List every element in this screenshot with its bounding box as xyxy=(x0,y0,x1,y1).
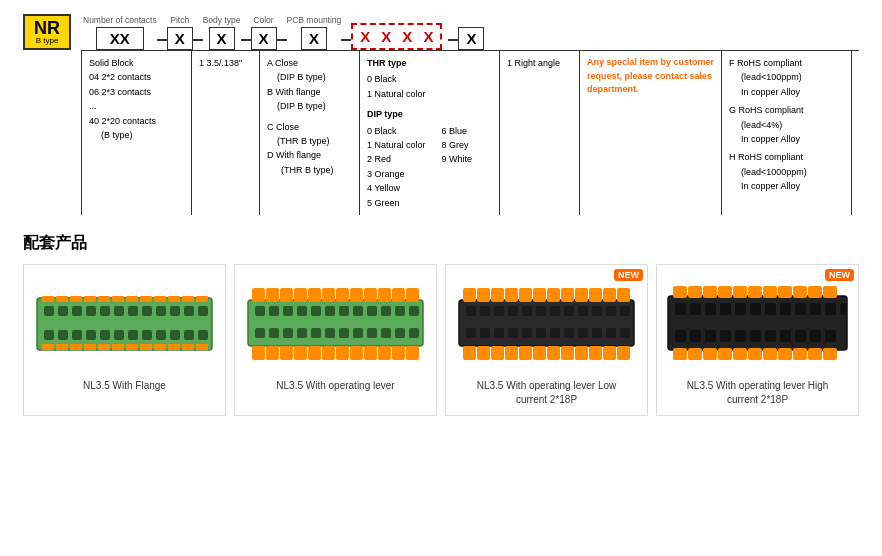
product-card-3[interactable]: NEW xyxy=(445,264,648,416)
red-x4: X xyxy=(419,26,437,47)
svg-rect-47 xyxy=(182,344,194,350)
body-label: Body type xyxy=(203,15,241,25)
svg-rect-100 xyxy=(480,306,490,316)
b-type-label: B type xyxy=(36,37,59,45)
svg-rect-37 xyxy=(42,344,54,350)
svg-rect-46 xyxy=(168,344,180,350)
svg-rect-72 xyxy=(392,288,405,302)
product-card-1[interactable]: NL3.5 With Flange xyxy=(23,264,226,416)
svg-rect-111 xyxy=(463,288,476,302)
dc-body-a2: (DIP B type) xyxy=(277,70,352,84)
code-pcb: PCB mounting X xyxy=(287,15,342,50)
dc-pcb-line1: 1 Right angle xyxy=(507,56,572,70)
dc-rohs-f3: In copper Alloy xyxy=(741,85,844,99)
svg-rect-44 xyxy=(140,344,152,350)
svg-rect-172 xyxy=(690,330,701,342)
svg-rect-77 xyxy=(297,328,307,338)
svg-rect-40 xyxy=(84,344,96,350)
svg-rect-66 xyxy=(308,288,321,302)
svg-rect-144 xyxy=(589,346,602,360)
dc-body-b1: B With flange xyxy=(267,85,352,99)
svg-rect-60 xyxy=(395,306,405,316)
product-svg-4 xyxy=(665,278,850,368)
svg-rect-87 xyxy=(266,346,279,360)
svg-rect-51 xyxy=(269,306,279,316)
svg-rect-34 xyxy=(170,330,180,340)
svg-rect-149 xyxy=(690,303,701,315)
dc-rohs-h1: H RoHS compliant xyxy=(729,150,844,164)
svg-rect-83 xyxy=(381,328,391,338)
svg-rect-106 xyxy=(564,306,574,316)
svg-rect-188 xyxy=(763,348,777,360)
sep2 xyxy=(193,39,203,41)
svg-rect-10 xyxy=(170,306,180,316)
svg-rect-12 xyxy=(198,306,208,316)
new-badge-3: NEW xyxy=(614,269,643,281)
svg-rect-117 xyxy=(547,288,560,302)
svg-rect-42 xyxy=(112,344,124,350)
nr-label: NR xyxy=(34,19,60,37)
svg-rect-170 xyxy=(823,286,837,298)
svg-rect-169 xyxy=(808,286,822,298)
svg-rect-90 xyxy=(308,346,321,360)
svg-rect-133 xyxy=(606,328,616,338)
color-value: X xyxy=(251,27,277,50)
svg-rect-96 xyxy=(392,346,405,360)
product-img-3 xyxy=(454,273,639,373)
svg-rect-114 xyxy=(505,288,518,302)
products-grid: NL3.5 With Flange xyxy=(23,264,859,416)
svg-rect-184 xyxy=(703,348,717,360)
svg-rect-69 xyxy=(350,288,363,302)
svg-rect-182 xyxy=(673,348,687,360)
svg-rect-41 xyxy=(98,344,110,350)
svg-rect-190 xyxy=(793,348,807,360)
red-x2: X xyxy=(377,26,395,47)
svg-rect-181 xyxy=(825,330,836,342)
svg-rect-116 xyxy=(533,288,546,302)
svg-rect-187 xyxy=(748,348,762,360)
svg-rect-43 xyxy=(126,344,138,350)
svg-rect-94 xyxy=(364,346,377,360)
svg-rect-81 xyxy=(353,328,363,338)
svg-rect-52 xyxy=(283,306,293,316)
svg-rect-35 xyxy=(184,330,194,340)
detail-special: Any special item by customerrequest, ple… xyxy=(580,51,722,215)
svg-rect-74 xyxy=(255,328,265,338)
svg-rect-132 xyxy=(592,328,602,338)
svg-rect-97 xyxy=(406,346,419,360)
svg-rect-140 xyxy=(533,346,546,360)
svg-rect-73 xyxy=(406,288,419,302)
dc-dip-9: 9 White xyxy=(442,152,473,166)
product-card-2[interactable]: NL3.5 With operating lever xyxy=(234,264,437,416)
svg-rect-165 xyxy=(748,286,762,298)
svg-rect-164 xyxy=(733,286,747,298)
dc-contacts-line5: 40 2*20 contacts xyxy=(89,114,184,128)
svg-rect-167 xyxy=(778,286,792,298)
svg-rect-152 xyxy=(735,303,746,315)
svg-rect-31 xyxy=(128,330,138,340)
product-card-4[interactable]: NEW xyxy=(656,264,859,416)
svg-rect-89 xyxy=(294,346,307,360)
svg-rect-11 xyxy=(184,306,194,316)
svg-rect-84 xyxy=(395,328,405,338)
sep6 xyxy=(448,39,458,41)
svg-rect-171 xyxy=(675,330,686,342)
products-section: 配套产品 xyxy=(15,233,867,416)
svg-rect-64 xyxy=(280,288,293,302)
svg-rect-119 xyxy=(575,288,588,302)
svg-rect-141 xyxy=(547,346,560,360)
dc-body-d1: D With flange xyxy=(267,148,352,162)
svg-rect-154 xyxy=(765,303,776,315)
svg-rect-15 xyxy=(70,296,82,302)
dc-dip-0: 0 Black xyxy=(367,124,426,138)
svg-rect-136 xyxy=(477,346,490,360)
svg-rect-50 xyxy=(255,306,265,316)
dc-dip-1: 1 Natural color xyxy=(367,138,426,152)
svg-rect-22 xyxy=(168,296,180,302)
svg-rect-150 xyxy=(705,303,716,315)
svg-rect-6 xyxy=(114,306,124,316)
dc-dip-2: 2 Red xyxy=(367,152,426,166)
svg-rect-105 xyxy=(550,306,560,316)
svg-rect-1 xyxy=(44,306,54,316)
product-name-2: NL3.5 With operating lever xyxy=(243,379,428,393)
